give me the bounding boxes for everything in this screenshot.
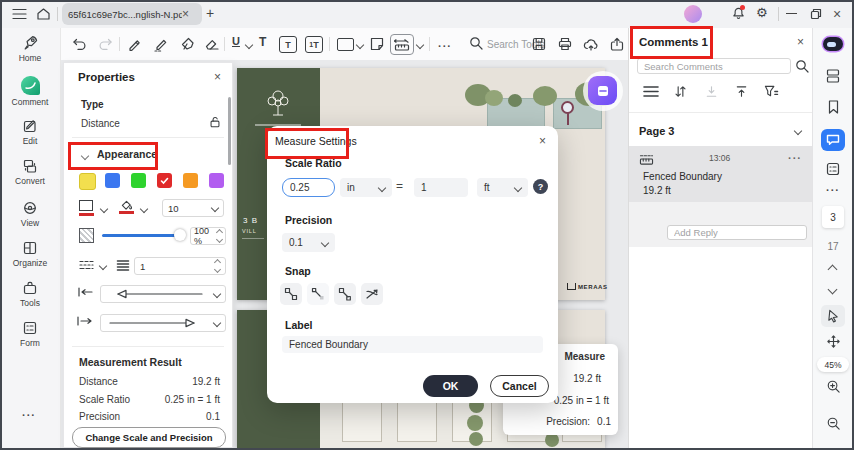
bookmarks-panel-icon[interactable] [813, 99, 853, 115]
scale-from-input[interactable] [282, 178, 335, 197]
opacity-stepper-arrows[interactable] [217, 230, 222, 242]
ai-assistant-button[interactable] [588, 76, 617, 105]
fill-color-icon[interactable] [119, 199, 134, 214]
appearance-header[interactable]: Appearance [97, 148, 157, 160]
cancel-button[interactable]: Cancel [490, 375, 549, 397]
appearance-collapse-chevron[interactable] [81, 152, 89, 160]
shape-tool-icon[interactable] [337, 38, 354, 51]
scale-help-icon[interactable]: ? [533, 179, 548, 194]
annotations-list-icon[interactable] [813, 161, 853, 177]
hamburger-menu-icon[interactable] [12, 8, 27, 20]
current-page-indicator[interactable]: 3 [813, 206, 853, 228]
zoom-level-indicator[interactable]: 45% [813, 357, 853, 372]
properties-close-icon[interactable]: × [214, 71, 221, 83]
measure-tool-icon-selected[interactable] [390, 34, 414, 55]
snap-intersection-button[interactable] [361, 283, 383, 305]
sidebar-item-organize[interactable]: Organize [0, 240, 60, 268]
settings-gear-icon[interactable]: ⚙ [756, 6, 768, 19]
measure-pin-head[interactable] [561, 101, 574, 114]
swatch-yellow[interactable] [79, 173, 96, 190]
line-start-select[interactable] [100, 285, 226, 303]
unlock-icon[interactable] [208, 115, 222, 129]
page-group-chevron[interactable] [794, 127, 802, 135]
share-icon[interactable] [609, 36, 625, 52]
notification-bell-icon[interactable] [731, 6, 746, 21]
line-start-icon[interactable] [77, 286, 93, 298]
opacity-slider-knob[interactable] [174, 229, 186, 241]
avatar[interactable] [684, 5, 702, 23]
search-tools-icon[interactable] [469, 36, 483, 50]
measure-dropdown-chevron[interactable] [416, 41, 424, 49]
border-color-chevron[interactable] [100, 205, 108, 213]
opacity-slider-track[interactable] [102, 234, 180, 237]
area-highlight-tool-icon[interactable] [153, 36, 169, 52]
shape-dropdown-chevron[interactable] [356, 41, 364, 49]
restore-button[interactable] [809, 7, 823, 21]
text-box-tool-icon[interactable]: T [279, 36, 297, 53]
previous-page-chevron[interactable] [828, 265, 838, 275]
swatch-green[interactable] [131, 173, 146, 188]
print-icon[interactable] [557, 36, 573, 52]
rail-more-icon[interactable]: ··· [813, 185, 853, 196]
line-spacing-stepper[interactable]: 1 [134, 257, 226, 275]
scale-from-unit-select[interactable]: in [340, 178, 392, 197]
sidebar-item-comment[interactable]: Comment [0, 76, 60, 107]
save-icon[interactable] [531, 36, 547, 52]
upload-cloud-icon[interactable] [583, 36, 599, 52]
home-icon[interactable] [36, 7, 51, 21]
document-tab[interactable]: 65f61c69e7bc...nglish-N.pdf * × [62, 3, 202, 25]
scale-to-input[interactable] [414, 178, 468, 197]
sidebar-item-convert[interactable]: Convert [0, 158, 60, 186]
precision-select[interactable]: 0.1 [282, 233, 335, 252]
line-end-select[interactable] [100, 314, 226, 332]
minimize-button[interactable] [786, 13, 797, 14]
border-color-icon[interactable] [79, 200, 94, 216]
snap-midpoint-button[interactable] [307, 283, 329, 305]
next-page-chevron[interactable] [828, 285, 838, 295]
scale-to-unit-select[interactable]: ft [477, 178, 528, 197]
snap-endpoint-button[interactable] [280, 283, 302, 305]
thumbnails-panel-icon[interactable] [813, 68, 853, 84]
fill-color-chevron[interactable] [140, 205, 148, 213]
stroke-width-select[interactable]: 10 [162, 199, 224, 217]
zoom-in-icon[interactable] [813, 379, 853, 394]
dash-style-chevron[interactable] [99, 262, 107, 270]
sidebar-more-icon[interactable]: ··· [22, 410, 36, 421]
new-tab-plus-icon[interactable]: + [206, 5, 214, 21]
dash-style-icon[interactable] [79, 259, 94, 271]
comment-more-icon[interactable]: ··· [788, 153, 802, 164]
toolbar-more-icon[interactable]: ··· [438, 41, 452, 52]
comments-filter-icon[interactable] [764, 84, 779, 99]
sidebar-item-edit[interactable]: Edit [0, 118, 60, 146]
change-scale-button[interactable]: Change Scale and Precision [72, 427, 226, 448]
comments-search-icon[interactable] [795, 59, 809, 73]
ai-robot-icon[interactable] [813, 37, 853, 51]
tab-close-icon[interactable]: × [182, 8, 189, 20]
comments-list-view-icon[interactable] [643, 85, 659, 98]
pan-tool-icon[interactable] [813, 334, 853, 349]
page-group-header[interactable]: Page 3 [639, 125, 674, 137]
comments-expand-icon[interactable] [734, 84, 749, 99]
comments-sort-icon[interactable] [673, 84, 688, 99]
swatch-red-selected[interactable] [157, 173, 172, 188]
callout-tool-icon[interactable]: 1T [305, 36, 323, 53]
sidebar-item-form[interactable]: Form [0, 320, 60, 348]
sidebar-item-home[interactable]: Home [0, 34, 60, 63]
swatch-blue[interactable] [105, 173, 120, 188]
opacity-stepper[interactable]: 100 % [190, 227, 226, 245]
add-reply-input[interactable] [667, 225, 807, 240]
ok-button[interactable]: OK [423, 375, 478, 397]
underline-tool-icon[interactable]: U [232, 35, 240, 47]
eraser-tool-icon[interactable] [204, 36, 220, 52]
swatch-orange[interactable] [183, 173, 198, 188]
underline-dropdown-chevron[interactable] [245, 41, 253, 49]
undo-icon[interactable] [72, 36, 88, 52]
properties-scrollbar[interactable] [228, 97, 231, 165]
highlight-tool-icon[interactable] [127, 36, 143, 52]
opacity-icon[interactable] [79, 228, 94, 243]
comments-panel-icon-active[interactable] [813, 129, 853, 151]
snap-nearest-button[interactable] [334, 283, 356, 305]
select-tool-icon[interactable] [813, 305, 853, 327]
line-layers-icon[interactable] [116, 259, 130, 271]
sidebar-item-tools[interactable]: Tools [0, 280, 60, 308]
